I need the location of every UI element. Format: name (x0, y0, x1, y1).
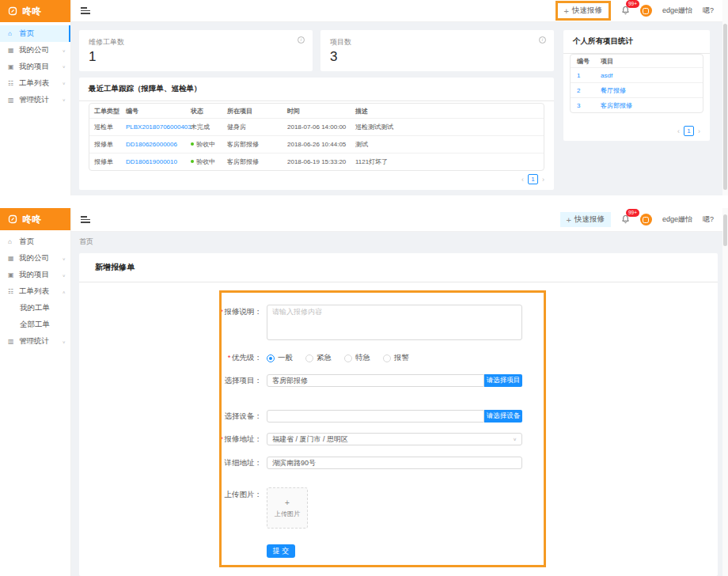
stat-card-workorders: 维修工单数 1 i (79, 30, 313, 71)
new-repair-form-card: 新增报修单 *报修说明： *优先级： 一般 紧急 特急 报警 选择项目： 请选择… (79, 253, 718, 576)
avatar[interactable] (640, 5, 652, 17)
username[interactable]: edge姗怡 (662, 6, 692, 16)
upload-image-box[interactable]: + 上传图片 (267, 487, 308, 529)
sidebar-item-home[interactable]: ⌂ 首页 (0, 233, 70, 250)
page-number[interactable]: 1 (684, 126, 694, 136)
cell-project-link[interactable]: 餐厅报修 (601, 86, 696, 95)
divider (79, 100, 554, 101)
description-textarea[interactable] (267, 305, 522, 340)
stat-value: 3 (330, 49, 544, 65)
priority-radio-group: 一般 紧急 特急 报警 (267, 353, 522, 363)
field-upload: 上传图片： + 上传图片 (174, 487, 308, 529)
sidebar-item-workorders[interactable]: ☷ 工单列表 ∨ (0, 75, 70, 92)
cell-project-link[interactable]: 客房部报修 (601, 101, 696, 110)
sidebar-item-home[interactable]: ⌂ 首页 (0, 25, 70, 42)
sidebar-item-label: 首页 (19, 28, 34, 39)
col-status: 状态 (191, 107, 227, 116)
quick-repair-button[interactable]: + 快速报修 (560, 212, 611, 227)
quick-repair-button[interactable]: + 快速报修 (558, 3, 609, 18)
username[interactable]: edge姗怡 (662, 214, 692, 225)
sidebar-item-company[interactable]: ▦ 我的公司 ∨ (0, 250, 70, 267)
recent-workorders-card: 最近工单跟踪（报障单、巡检单） 工单类型 编号 状态 所在项目 时间 描述 巡检… (79, 78, 554, 190)
sidebar-item-projects[interactable]: ▣ 我的项目 ∨ (0, 59, 70, 75)
sidebar-item-all-workorders[interactable]: 全部工单 (0, 316, 70, 333)
chevron-right-icon[interactable]: › (542, 176, 544, 184)
cell-project-link[interactable]: asdf (601, 72, 696, 79)
radio-alarm[interactable]: 报警 (383, 353, 409, 363)
menu-collapse-icon[interactable] (81, 216, 90, 223)
breadcrumb[interactable]: 首页 (79, 237, 93, 247)
cell-status: 未完成 (191, 123, 227, 131)
address-value: 福建省 / 厦门市 / 思明区 (272, 434, 348, 445)
help-link[interactable]: 嗯? (703, 6, 714, 16)
chevron-left-icon[interactable]: ‹ (677, 127, 680, 135)
sidebar-item-stats[interactable]: ▥ 管理统计 ∨ (0, 92, 70, 108)
info-icon[interactable]: i (298, 36, 305, 44)
notification-bell[interactable]: 99+ (621, 4, 630, 18)
select-project-button[interactable]: 请选择项目 (484, 374, 522, 387)
page-title: 新增报修单 (79, 253, 718, 282)
select-device-button[interactable]: 请选择设备 (484, 410, 522, 423)
cell-number-link[interactable]: DD180619000010 (126, 158, 191, 165)
sidebar-item-company[interactable]: ▦ 我的公司 ∨ (0, 42, 70, 59)
avatar[interactable] (640, 214, 652, 225)
address-select[interactable]: 福建省 / 厦门市 / 思明区 ∨ (267, 433, 522, 445)
plus-icon: + (564, 6, 569, 16)
scrollbar-thumb[interactable] (723, 214, 727, 246)
radio-icon (267, 354, 275, 362)
required-star: * (220, 435, 223, 443)
sidebar-item-label: 我的项目 (19, 270, 49, 280)
project-icon: ▣ (8, 63, 15, 70)
brand-logo[interactable]: 咚咚 (0, 0, 70, 22)
brand-name: 咚咚 (22, 5, 41, 18)
sidebar-item-label: 工单列表 (19, 78, 49, 89)
personal-projects-card: 个人所有项目统计 编号 项目 1 asdf 2 餐厅报修 3 客房部报修 ‹ 1… (563, 30, 710, 141)
radio-icon (344, 354, 352, 362)
sidebar-item-label: 首页 (19, 237, 34, 247)
sidebar-item-my-workorders[interactable]: 我的工单 (0, 300, 70, 316)
info-icon[interactable]: i (539, 36, 546, 44)
field-description: *报修说明： (174, 305, 522, 340)
stat-value: 1 (89, 49, 303, 65)
chevron-right-icon[interactable]: › (698, 127, 700, 135)
status-dot (191, 160, 194, 163)
cell-project: 客房部报修 (227, 140, 287, 149)
help-link[interactable]: 嗯? (703, 214, 714, 225)
sidebar-item-stats[interactable]: ▥ 管理统计 ∨ (0, 333, 70, 350)
projects-table: 编号 项目 1 asdf 2 餐厅报修 3 客房部报修 (570, 54, 703, 113)
sidebar-menu: ⌂ 首页 ▦ 我的公司 ∨ ▣ 我的项目 ∨ ☷ 工单列表 ∨ ▥ 管理统计 ∨ (0, 22, 70, 108)
cell-number-link[interactable]: DD180626000006 (126, 141, 191, 148)
sidebar-item-label: 管理统计 (19, 336, 49, 347)
brand-logo[interactable]: 咚咚 (0, 208, 70, 230)
cell-desc: 巡检测试测试 (355, 123, 539, 131)
chevron-left-icon[interactable]: ‹ (521, 176, 524, 184)
dashboard-screenshot: 咚咚 ⌂ 首页 ▦ 我的公司 ∨ ▣ 我的项目 ∨ ☷ 工单列表 ∨ (0, 0, 728, 195)
radio-normal[interactable]: 一般 (267, 353, 293, 363)
field-priority: *优先级： 一般 紧急 特急 报警 (174, 353, 522, 363)
scrollbar[interactable] (722, 0, 728, 195)
scrollbar-thumb[interactable] (723, 24, 727, 190)
sidebar-item-workorders[interactable]: ☷ 工单列表 ∧ (0, 283, 70, 300)
project-input[interactable] (267, 374, 484, 387)
field-label: 详细地址： (174, 458, 267, 468)
cell-number-link[interactable]: PLBX20180706000403 (126, 123, 191, 131)
submit-button[interactable]: 提 交 (267, 544, 295, 558)
sidebar-item-projects[interactable]: ▣ 我的项目 ∨ (0, 267, 70, 283)
col-desc: 描述 (355, 107, 539, 116)
radio-urgent[interactable]: 紧急 (305, 353, 332, 363)
scrollbar[interactable] (722, 208, 728, 576)
cell-desc: 测试 (355, 140, 539, 149)
sidebar-item-label: 我的项目 (19, 62, 49, 72)
stat-card-projects: 项目数 3 i (320, 30, 554, 71)
chevron-down-icon: ∨ (63, 273, 66, 278)
table-header-row: 编号 项目 (571, 55, 703, 67)
detail-address-input[interactable] (267, 457, 522, 469)
sidebar-item-label: 我的公司 (19, 45, 49, 55)
notification-bell[interactable]: 99+ (621, 213, 630, 227)
page-number[interactable]: 1 (528, 174, 538, 184)
radio-icon (383, 354, 391, 362)
menu-collapse-icon[interactable] (81, 7, 90, 14)
device-input[interactable] (267, 410, 484, 423)
notification-badge: 99+ (626, 209, 639, 218)
radio-extra-urgent[interactable]: 特急 (344, 353, 370, 363)
